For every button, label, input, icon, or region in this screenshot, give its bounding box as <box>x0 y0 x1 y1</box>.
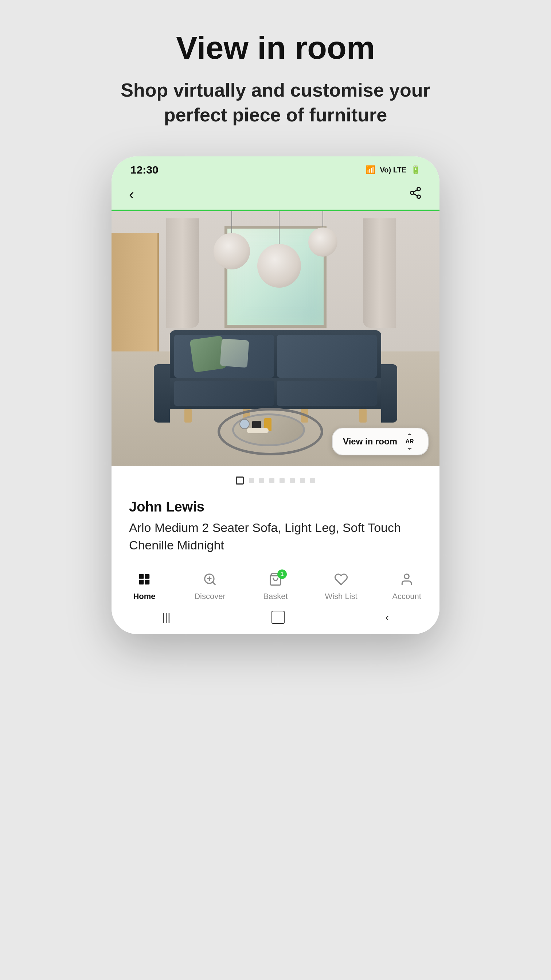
tab-account-label: Account <box>392 592 421 601</box>
basket-badge: 1 <box>277 570 287 579</box>
pendant-group <box>214 211 337 288</box>
pendant-1 <box>214 211 250 288</box>
svg-line-4 <box>414 189 417 192</box>
product-name: Arlo Medium 2 Seater Sofa, Light Leg, So… <box>129 519 422 554</box>
home-icon <box>137 573 151 590</box>
svg-point-14 <box>405 574 409 579</box>
dot-3[interactable] <box>269 478 275 483</box>
share-button[interactable] <box>409 186 422 203</box>
tab-wishlist[interactable]: Wish List <box>308 573 374 601</box>
dot-2[interactable] <box>259 478 264 483</box>
brand-name: John Lewis <box>129 499 422 515</box>
pendant-3 <box>308 211 337 288</box>
bookshelf <box>111 233 159 352</box>
pillow-center <box>220 339 249 368</box>
system-nav-bar: ||| ‹ <box>111 605 440 634</box>
ar-badge: AR <box>402 433 418 450</box>
curtain-right <box>363 218 396 328</box>
product-info: John Lewis Arlo Medium 2 Seater Sofa, Li… <box>111 492 440 565</box>
svg-line-10 <box>213 582 215 585</box>
tab-discover-label: Discover <box>194 592 225 601</box>
dot-1[interactable] <box>249 478 254 483</box>
battery-icon: 🔋 <box>411 165 421 175</box>
tab-basket-label: Basket <box>263 592 287 601</box>
sys-nav-recents[interactable]: ||| <box>162 611 170 624</box>
svg-rect-7 <box>139 580 144 585</box>
account-icon <box>400 573 414 590</box>
product-image-container: View in room AR <box>111 211 440 466</box>
signal-icon: Vo) LTE <box>380 166 407 174</box>
status-bar: 12:30 📶 Vo) LTE 🔋 <box>111 156 440 182</box>
tab-home-label: Home <box>133 592 155 601</box>
dot-6[interactable] <box>300 478 305 483</box>
svg-rect-5 <box>139 574 144 579</box>
svg-rect-8 <box>145 580 150 585</box>
tab-basket[interactable]: 1 Basket <box>243 573 308 601</box>
nav-bar: ‹ <box>111 182 440 211</box>
svg-rect-6 <box>145 574 150 579</box>
view-in-room-label: View in room <box>343 436 397 447</box>
tab-account[interactable]: Account <box>374 573 440 601</box>
coffee-table <box>218 408 323 459</box>
phone-shell: 12:30 📶 Vo) LTE 🔋 ‹ <box>111 156 440 634</box>
sys-nav-home[interactable] <box>272 611 284 624</box>
status-time: 12:30 <box>130 164 159 176</box>
sys-nav-back[interactable]: ‹ <box>386 611 389 624</box>
dot-7[interactable] <box>310 478 315 483</box>
dot-5[interactable] <box>290 478 295 483</box>
curtain-left <box>166 218 199 328</box>
tab-home[interactable]: Home <box>111 573 177 601</box>
view-in-room-button[interactable]: View in room AR <box>332 428 429 455</box>
tab-bar: Home Discover 1 <box>111 565 440 605</box>
dot-0[interactable] <box>236 477 244 485</box>
wifi-icon: 📶 <box>365 165 375 175</box>
pendant-2 <box>257 211 301 288</box>
hero-subtitle: Shop virtually and customise your perfec… <box>111 78 440 127</box>
basket-icon: 1 <box>268 573 283 590</box>
wishlist-icon <box>334 573 348 590</box>
status-icons: 📶 Vo) LTE 🔋 <box>365 165 421 175</box>
discover-icon <box>203 573 217 590</box>
svg-line-3 <box>414 194 417 196</box>
back-button[interactable]: ‹ <box>129 186 134 203</box>
tab-discover[interactable]: Discover <box>177 573 243 601</box>
dot-4[interactable] <box>279 478 284 483</box>
tab-wishlist-label: Wish List <box>325 592 357 601</box>
hero-title: View in room <box>176 29 375 66</box>
image-dots <box>111 466 440 492</box>
